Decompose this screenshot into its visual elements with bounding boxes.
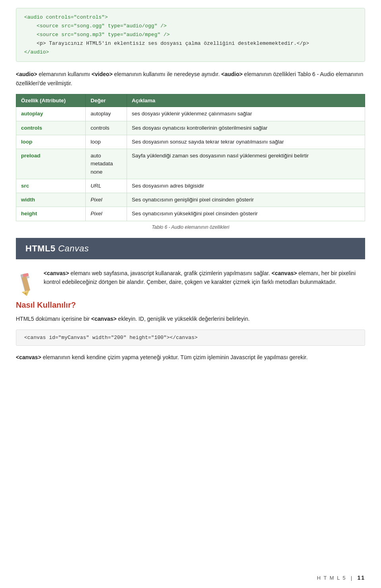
table-row: controls controls Ses dosyası oynatıcısı… <box>16 121 365 135</box>
attr-value-preload: autometadatanone <box>86 149 127 179</box>
code-line-4: <p> Tarayıcınız HTML5'in eklentisiz ses … <box>24 40 309 46</box>
pencil-icon <box>16 270 36 294</box>
table-row: src URL Ses dosyasının adres bilgisidir <box>16 179 365 193</box>
canvas-section-header: HTML5 Canvas <box>16 238 365 259</box>
attr-value-width: Pixel <box>86 193 127 207</box>
canvas-description: <canvas> elemanı web sayfasına, javascri… <box>44 269 365 287</box>
attr-name-src: src <box>16 179 86 193</box>
table-row: height Pixel Ses oynatıcısının yüksekliğ… <box>16 207 365 221</box>
how-to-paragraph: HTML5 dokümanı içerisine bir <canvas> ek… <box>16 314 365 323</box>
page-number: 11 <box>357 575 365 581</box>
attr-value-src: URL <box>86 179 127 193</box>
attr-name-autoplay: autoplay <box>16 107 86 121</box>
table-caption: Tablo 6 - Audio elemanının özellikleri <box>16 224 365 230</box>
attr-name-preload: preload <box>16 149 86 179</box>
code-line-5: </audio> <box>24 49 49 55</box>
section-header-italic: Canvas <box>58 243 89 253</box>
attr-desc-controls: Ses dosyası oynatıcısı kontrollerinin gö… <box>127 121 365 135</box>
attr-desc-width: Ses oynatıcısının genişliğini pixel cins… <box>127 193 365 207</box>
attr-desc-autoplay: ses dosyası yüklenir yüklenmez çalınması… <box>127 107 365 121</box>
attr-desc-src: Ses dosyasının adres bilgisidir <box>127 179 365 193</box>
attr-desc-preload: Sayfa yüklendiği zaman ses dosyasının na… <box>127 149 365 179</box>
table-row: width Pixel Ses oynatıcısının genişliğin… <box>16 193 365 207</box>
attr-name-controls: controls <box>16 121 86 135</box>
canvas-code-box: <canvas id="myCanvas" width="200" height… <box>16 329 365 346</box>
canvas-intro-area: <canvas> elemanı web sayfasına, javascri… <box>16 269 365 294</box>
table-header-value: Değer <box>86 94 127 107</box>
intro-paragraph: <audio> elemanının kullanımı <video> ele… <box>16 70 365 88</box>
audio-code-block: <audio controls="controls"> <source src=… <box>16 8 365 62</box>
attr-name-width: width <box>16 193 86 207</box>
attr-desc-loop: Ses dosyasının sonsuz sayıda tekrar tekr… <box>127 135 365 149</box>
how-to-heading: Nasıl Kullanılır? <box>16 301 365 310</box>
attr-value-loop: loop <box>86 135 127 149</box>
table-header-desc: Açıklama <box>127 94 365 107</box>
page-footer: H T M L 5 | 11 <box>317 575 365 581</box>
code-line-2: <source src="song.ogg" type="audio/ogg" … <box>24 23 167 29</box>
attr-name-height: height <box>16 207 86 221</box>
attr-value-controls: controls <box>86 121 127 135</box>
attr-value-height: Pixel <box>86 207 127 221</box>
code-line-1: <audio controls="controls"> <box>24 14 108 20</box>
footer-text: H T M L 5 <box>317 575 346 581</box>
attr-name-loop: loop <box>16 135 86 149</box>
attr-value-autoplay: autoplay <box>86 107 127 121</box>
table-header-attr: Özellik (Attribute) <box>16 94 86 107</box>
table-row: autoplay autoplay ses dosyası yüklenir y… <box>16 107 365 121</box>
code-line-3: <source src="song.mp3" type="audio/mpeg"… <box>24 32 170 38</box>
section-header-text: HTML5 <box>25 243 58 253</box>
footer-separator: | <box>351 575 353 581</box>
audio-attributes-table: Özellik (Attribute) Değer Açıklama autop… <box>16 94 365 221</box>
canvas-desc-paragraph: <canvas> elemanının kendi kendine çizim … <box>16 353 365 362</box>
table-row: preload autometadatanone Sayfa yüklendiğ… <box>16 149 365 179</box>
table-row: loop loop Ses dosyasının sonsuz sayıda t… <box>16 135 365 149</box>
attr-desc-height: Ses oynatıcısının yüksekliğini pixel cin… <box>127 207 365 221</box>
